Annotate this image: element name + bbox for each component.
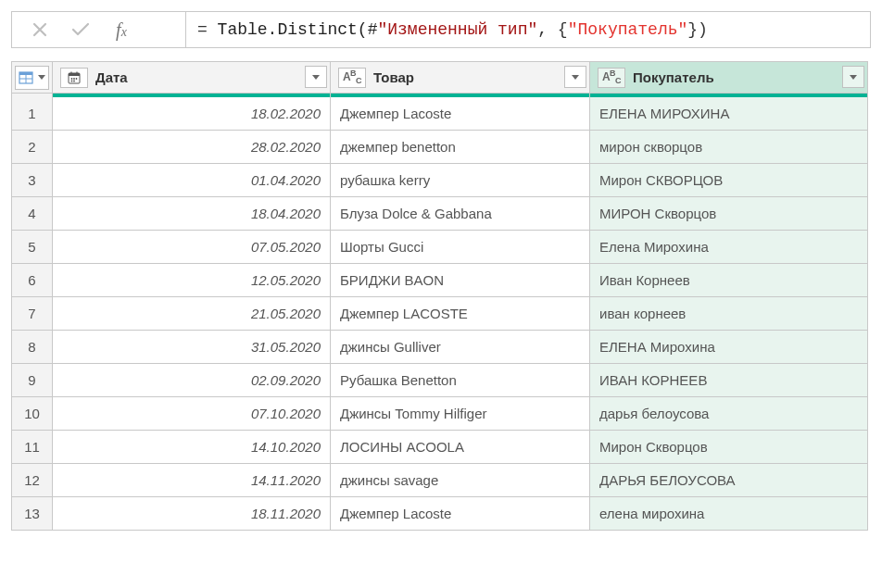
formula-input[interactable]: = Table.Distinct(#"Измененный тип", {"По… (186, 12, 870, 47)
text-type-icon: ABC (598, 68, 625, 88)
cell-buyer[interactable]: елена мирохина (590, 497, 868, 531)
table-row[interactable]: 612.05.2020БРИДЖИ BAONИван Корнеев (12, 264, 868, 297)
column-label: Дата (95, 69, 128, 85)
cell-product[interactable]: джинсы Gulliver (331, 331, 590, 364)
cell-date[interactable]: 02.09.2020 (53, 364, 331, 397)
cell-date[interactable]: 14.10.2020 (53, 431, 331, 464)
cell-product[interactable]: Джинсы Tommy Hilfiger (331, 397, 590, 431)
corner-cell[interactable] (12, 62, 53, 94)
table-row[interactable]: 721.05.2020Джемпер LACOSTEиван корнеев (12, 297, 868, 331)
row-number[interactable]: 8 (12, 331, 53, 364)
date-type-icon (60, 68, 88, 88)
cell-product[interactable]: Шорты Gucci (331, 231, 590, 264)
table-icon (19, 70, 33, 85)
cell-buyer[interactable]: ИВАН КОРНЕЕВ (590, 364, 868, 397)
formula-bar: fx = Table.Distinct(#"Измененный тип", {… (11, 11, 871, 48)
cell-date[interactable]: 18.02.2020 (53, 97, 331, 131)
cell-date[interactable]: 21.05.2020 (53, 297, 331, 331)
svg-point-11 (71, 80, 73, 81)
row-number[interactable]: 7 (12, 297, 53, 331)
fx-button[interactable]: fx (101, 12, 142, 47)
row-number[interactable]: 3 (12, 164, 53, 197)
cell-buyer[interactable]: Мирон Скворцов (590, 431, 868, 464)
cell-date[interactable]: 31.05.2020 (53, 331, 331, 364)
table-row[interactable]: 831.05.2020джинсы GulliverЕЛЕНА Мирохина (12, 331, 868, 364)
cell-buyer[interactable]: ДАРЬЯ БЕЛОУСОВА (590, 464, 868, 497)
cell-buyer[interactable]: Иван Корнеев (590, 264, 868, 297)
table-row[interactable]: 1214.11.2020джинсы savageДАРЬЯ БЕЛОУСОВА (12, 464, 868, 497)
filter-button[interactable] (305, 66, 327, 88)
cell-date[interactable]: 18.04.2020 (53, 197, 331, 231)
cell-product[interactable]: Джемпер Lacoste (331, 497, 590, 531)
cell-date[interactable]: 28.02.2020 (53, 131, 331, 164)
svg-point-12 (73, 80, 75, 81)
row-number[interactable]: 13 (12, 497, 53, 531)
table-row[interactable]: 301.04.2020рубашка kerryМирон СКВОРЦОВ (12, 164, 868, 197)
row-number[interactable]: 1 (12, 97, 53, 131)
table-row[interactable]: 118.02.2020Джемпер LacosteЕЛЕНА МИРОХИНА (12, 97, 868, 131)
svg-point-8 (71, 78, 73, 80)
cell-product[interactable]: Рубашка Benetton (331, 364, 590, 397)
row-number[interactable]: 4 (12, 197, 53, 231)
filter-button[interactable] (564, 66, 586, 88)
cell-date[interactable]: 01.04.2020 (53, 164, 331, 197)
formula-text: = Table.Distinct(#"Измененный тип", {"По… (197, 20, 708, 39)
chevron-down-icon (850, 75, 857, 80)
svg-point-10 (76, 78, 78, 80)
column-header-date[interactable]: Дата (53, 62, 331, 94)
cell-product[interactable]: Блуза Dolce & Gabbana (331, 197, 590, 231)
column-label: Покупатель (633, 69, 714, 85)
data-grid: Дата ABC Товар ABC Покупатель 118.02.202… (11, 61, 868, 531)
chevron-down-icon (312, 75, 320, 80)
cell-buyer[interactable]: мирон скворцов (590, 131, 868, 164)
text-type-icon: ABC (338, 68, 366, 88)
column-label: Товар (373, 69, 414, 85)
cell-date[interactable]: 12.05.2020 (53, 264, 331, 297)
row-number[interactable]: 9 (12, 364, 53, 397)
cell-date[interactable]: 07.10.2020 (53, 397, 331, 431)
table-row[interactable]: 1318.11.2020Джемпер Lacosteелена мирохин… (12, 497, 868, 531)
cell-buyer[interactable]: иван корнеев (590, 297, 868, 331)
cell-buyer[interactable]: ЕЛЕНА МИРОХИНА (590, 97, 868, 131)
cell-buyer[interactable]: Елена Мирохина (590, 231, 868, 264)
table-row[interactable]: 1007.10.2020Джинсы Tommy Hilfigerдарья б… (12, 397, 868, 431)
table-row[interactable]: 228.02.2020джемпер benettonмирон скворцо… (12, 131, 868, 164)
column-header-product[interactable]: ABC Товар (331, 62, 590, 94)
cell-product[interactable]: БРИДЖИ BAON (331, 264, 590, 297)
row-number[interactable]: 2 (12, 131, 53, 164)
column-header-buyer[interactable]: ABC Покупатель (590, 62, 868, 94)
filter-button[interactable] (842, 66, 864, 88)
cell-product[interactable]: Джемпер Lacoste (331, 97, 590, 131)
chevron-down-icon (38, 75, 45, 80)
svg-rect-1 (19, 72, 32, 75)
cell-buyer[interactable]: дарья белоусова (590, 397, 868, 431)
cell-date[interactable]: 07.05.2020 (53, 231, 331, 264)
cell-product[interactable]: Джемпер LACOSTE (331, 297, 590, 331)
table-row[interactable]: 902.09.2020Рубашка BenettonИВАН КОРНЕЕВ (12, 364, 868, 397)
cell-date[interactable]: 14.11.2020 (53, 464, 331, 497)
row-number[interactable]: 5 (12, 231, 53, 264)
header-row: Дата ABC Товар ABC Покупатель (12, 62, 868, 94)
svg-point-9 (73, 78, 75, 80)
confirm-button[interactable] (60, 12, 101, 47)
cell-product[interactable]: джемпер benetton (331, 131, 590, 164)
formula-actions: fx (12, 12, 186, 47)
cell-buyer[interactable]: ЕЛЕНА Мирохина (590, 331, 868, 364)
cell-buyer[interactable]: Мирон СКВОРЦОВ (590, 164, 868, 197)
table-row[interactable]: 1114.10.2020ЛОСИНЫ ACOOLAМирон Скворцов (12, 431, 868, 464)
cell-buyer[interactable]: МИРОН Скворцов (590, 197, 868, 231)
cell-product[interactable]: рубашка kerry (331, 164, 590, 197)
table-row[interactable]: 418.04.2020Блуза Dolce & GabbanaМИРОН Ск… (12, 197, 868, 231)
cell-product[interactable]: ЛОСИНЫ ACOOLA (331, 431, 590, 464)
row-number[interactable]: 11 (12, 431, 53, 464)
cell-product[interactable]: джинсы savage (331, 464, 590, 497)
svg-rect-5 (69, 73, 80, 76)
cell-date[interactable]: 18.11.2020 (53, 497, 331, 531)
row-number[interactable]: 12 (12, 464, 53, 497)
cancel-button[interactable] (19, 12, 60, 47)
row-number[interactable]: 10 (12, 397, 53, 431)
chevron-down-icon (572, 75, 579, 80)
table-row[interactable]: 507.05.2020Шорты GucciЕлена Мирохина (12, 231, 868, 264)
row-number[interactable]: 6 (12, 264, 53, 297)
